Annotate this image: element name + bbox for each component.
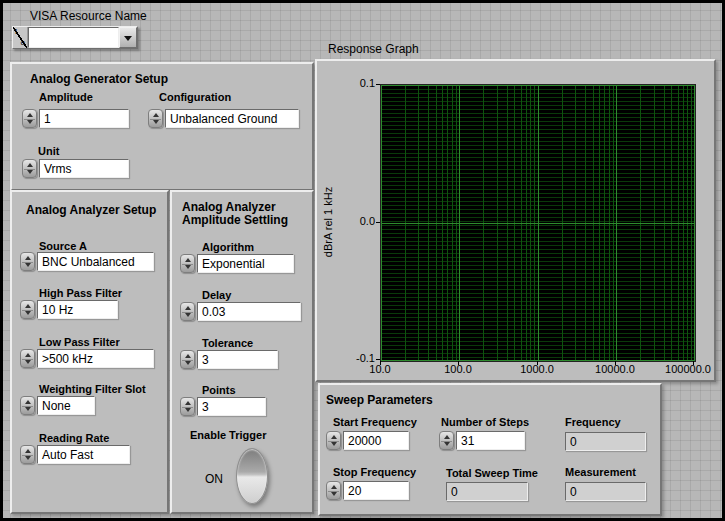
plot-grid-lines xyxy=(381,85,695,361)
increment-decrement-spinner[interactable] xyxy=(180,254,195,273)
analog-generator-setup-panel: Analog Generator Setup Amplitude 1 Confi… xyxy=(10,62,314,191)
visa-resource-input[interactable] xyxy=(28,27,119,48)
decrement-icon xyxy=(185,313,191,317)
x-tick-label: 10.0 xyxy=(369,363,390,375)
frequency-indicator: 0 xyxy=(565,432,646,451)
increment-decrement-spinner[interactable] xyxy=(22,159,37,178)
amplitude-label: Amplitude xyxy=(39,91,93,103)
number-of-steps-label: Number of Steps xyxy=(441,416,529,428)
number-of-steps-control: 31 xyxy=(439,431,525,450)
start-frequency-control: 20000 xyxy=(326,431,409,450)
increment-decrement-spinner[interactable] xyxy=(180,302,195,321)
start-frequency-label: Start Frequency xyxy=(333,416,417,428)
x-tick-label: 1000.0 xyxy=(520,363,554,375)
tolerance-control: 3 xyxy=(180,350,278,369)
y-tick-label: 0.1 xyxy=(341,77,375,89)
start-frequency-field[interactable]: 20000 xyxy=(343,431,409,450)
visa-io-bottom-glyph: o xyxy=(21,39,25,47)
increment-decrement-spinner[interactable] xyxy=(326,431,341,450)
points-field[interactable]: 3 xyxy=(197,397,266,416)
decrement-icon xyxy=(331,492,337,496)
increment-decrement-spinner[interactable] xyxy=(180,397,195,416)
increment-decrement-spinner[interactable] xyxy=(20,300,35,319)
increment-icon xyxy=(25,400,31,404)
algorithm-field[interactable]: Exponential xyxy=(197,254,294,273)
settling-panel-title-line2: Amplitude Settling xyxy=(182,213,288,227)
increment-decrement-spinner[interactable] xyxy=(326,481,341,500)
low-pass-filter-field[interactable]: >500 kHz xyxy=(37,349,154,368)
delay-field[interactable]: 0.03 xyxy=(197,302,301,321)
enable-trigger-state-label: ON xyxy=(205,472,223,486)
response-graph: dBrA rel 1 kHz 0.1 0.0 -0.1 10.0 100.0 1… xyxy=(315,59,716,382)
frequency-label: Frequency xyxy=(565,416,621,428)
points-label: Points xyxy=(202,384,236,396)
decrement-icon xyxy=(27,120,33,124)
high-pass-filter-field[interactable]: 10 Hz xyxy=(37,300,118,319)
visa-resource-combo[interactable]: I o xyxy=(12,26,138,49)
increment-icon xyxy=(153,113,159,117)
increment-icon xyxy=(185,354,191,358)
source-a-label: Source A xyxy=(39,240,87,252)
amplitude-settling-panel: Analog Analyzer Amplitude Settling Algor… xyxy=(170,190,314,514)
increment-icon xyxy=(185,401,191,405)
number-of-steps-field[interactable]: 31 xyxy=(456,431,525,450)
analog-analyzer-setup-panel: Analog Analyzer Setup Source A BNC Unbal… xyxy=(10,190,169,514)
increment-decrement-spinner[interactable] xyxy=(22,109,37,128)
increment-decrement-spinner[interactable] xyxy=(439,431,454,450)
stop-frequency-field[interactable]: 20 xyxy=(343,481,409,500)
configuration-control: Unbalanced Ground xyxy=(148,109,299,128)
high-pass-filter-control: 10 Hz xyxy=(20,300,118,319)
increment-icon xyxy=(444,435,450,439)
low-pass-filter-label: Low Pass Filter xyxy=(39,336,120,348)
generator-panel-title: Analog Generator Setup xyxy=(30,72,168,86)
total-sweep-time-indicator: 0 xyxy=(446,482,528,501)
decrement-icon xyxy=(444,442,450,446)
reading-rate-control: Auto Fast xyxy=(20,445,130,464)
increment-icon xyxy=(185,306,191,310)
increment-icon xyxy=(25,304,31,308)
visa-dropdown-button[interactable] xyxy=(119,27,137,48)
plot-area xyxy=(380,84,696,362)
decrement-icon xyxy=(185,408,191,412)
y-axis-label: dBrA rel 1 kHz xyxy=(321,84,335,360)
high-pass-filter-label: High Pass Filter xyxy=(39,287,122,299)
weighting-filter-slot-field[interactable]: None xyxy=(37,396,95,415)
decrement-icon xyxy=(185,361,191,365)
increment-icon xyxy=(331,435,337,439)
increment-decrement-spinner[interactable] xyxy=(20,445,35,464)
increment-icon xyxy=(25,256,31,260)
increment-icon xyxy=(25,449,31,453)
decrement-icon xyxy=(331,442,337,446)
amplitude-control: 1 xyxy=(22,109,129,128)
chevron-down-icon xyxy=(124,36,132,41)
algorithm-label: Algorithm xyxy=(202,241,254,253)
x-tick-label: 100.0 xyxy=(444,363,472,375)
source-a-control: BNC Unbalanced xyxy=(20,252,154,271)
labview-front-panel: VISA Resource Name I o Analog Generator … xyxy=(0,0,725,521)
source-a-field[interactable]: BNC Unbalanced xyxy=(37,252,154,271)
sweep-panel-title: Sweep Parameters xyxy=(326,393,433,407)
configuration-field[interactable]: Unbalanced Ground xyxy=(165,109,299,128)
enable-trigger-switch[interactable] xyxy=(236,448,268,504)
visa-resource-name-label: VISA Resource Name xyxy=(30,9,147,23)
configuration-label: Configuration xyxy=(159,91,231,103)
increment-decrement-spinner[interactable] xyxy=(20,252,35,271)
unit-field[interactable]: Vrms xyxy=(39,159,129,178)
increment-icon xyxy=(25,353,31,357)
measurement-value: 0 xyxy=(565,482,646,501)
increment-decrement-spinner[interactable] xyxy=(20,396,35,415)
tolerance-field[interactable]: 3 xyxy=(197,350,278,369)
increment-decrement-spinner[interactable] xyxy=(148,109,163,128)
decrement-icon xyxy=(185,265,191,269)
visa-io-icon: I o xyxy=(13,27,28,48)
decrement-icon xyxy=(25,263,31,267)
measurement-indicator: 0 xyxy=(565,482,646,501)
reading-rate-field[interactable]: Auto Fast xyxy=(37,445,130,464)
increment-decrement-spinner[interactable] xyxy=(20,349,35,368)
delay-label: Delay xyxy=(202,289,231,301)
tolerance-label: Tolerance xyxy=(202,337,253,349)
amplitude-field[interactable]: 1 xyxy=(39,109,129,128)
points-control: 3 xyxy=(180,397,266,416)
increment-decrement-spinner[interactable] xyxy=(180,350,195,369)
reading-rate-label: Reading Rate xyxy=(39,432,109,444)
